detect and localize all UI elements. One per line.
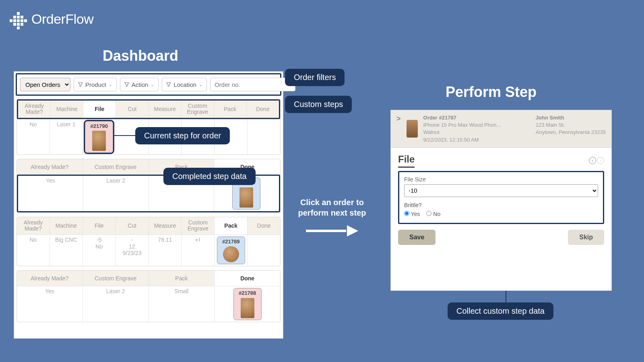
step-header-cell[interactable]: Already Made? — [17, 159, 83, 175]
filter-action-button[interactable]: Action⌄ — [120, 78, 159, 91]
step-header-cell[interactable]: Custom Engrave — [182, 217, 215, 234]
order-filters-row: Open Orders Product⌄ Action⌄ Location⌄ — [16, 73, 281, 96]
step-header-cell[interactable]: Machine — [51, 101, 83, 118]
step-header-cell[interactable]: Already Made? — [17, 217, 50, 234]
step-header-cell[interactable]: Measure — [149, 217, 182, 234]
step-header-cell[interactable]: Custom Engrave — [182, 101, 214, 118]
funnel-icon — [78, 82, 83, 87]
brittle-label: Brittle? — [404, 202, 598, 208]
order-chip-id: #21788 — [239, 290, 256, 296]
step-data-cell: 78.11 — [149, 235, 182, 266]
step-data-cell: Big CNC — [50, 235, 83, 266]
step-header-cell[interactable]: File — [83, 101, 116, 118]
step-data-cell: Yes — [17, 286, 83, 322]
product-name: iPhone 15 Pro Max Wood Phon… — [423, 121, 502, 129]
step-header-cell[interactable]: Pack — [214, 101, 247, 118]
step-data-cell: -129/23/23 — [116, 235, 149, 266]
step-data-cell: Laser 2 — [83, 176, 149, 211]
save-button[interactable]: Save — [398, 230, 436, 245]
instruction-caption: Click an order to perform next step — [294, 197, 370, 218]
order-header: > Order #21787 iPhone 15 Pro Max Wood Ph… — [391, 110, 611, 148]
callout-order-filters: Order filters — [285, 69, 345, 86]
step-header-cell[interactable]: Already Made? — [17, 271, 83, 286]
chevron-down-icon: ⌄ — [151, 82, 154, 87]
step-header-cell[interactable]: Machine — [50, 217, 83, 234]
step-header-cell[interactable]: Measure — [149, 101, 182, 118]
filesize-label: File Size — [404, 176, 598, 183]
step-data-cell: No — [17, 235, 50, 266]
step-data-row: NoBig CNC-5No-129/23/2378.11»l#21789 — [17, 234, 280, 266]
perform-section-title: Perform Step — [390, 84, 592, 101]
callout-custom-steps: Custom steps — [285, 96, 352, 113]
order-chip-id: #21790 — [90, 123, 107, 130]
product-thumbnail-icon — [407, 120, 418, 138]
brittle-no-radio[interactable]: No — [426, 211, 440, 217]
step-header-cell[interactable]: Pack — [149, 271, 215, 286]
step-data-cell — [248, 235, 280, 266]
step-prev-button[interactable]: ‹ — [589, 157, 596, 164]
product-variant: Walnut — [423, 129, 502, 136]
step-header-cell[interactable]: Custom Engrave — [83, 271, 149, 286]
order-number: Order #21787 — [423, 114, 502, 121]
funnel-icon — [124, 82, 129, 87]
order-lane: Already Made?MachineFileCutMeasureCustom… — [17, 217, 281, 266]
order-search-input[interactable] — [210, 78, 295, 91]
customer-meta: John Smith 123 Main St. Anytown, Pennsyl… — [536, 114, 606, 136]
step-form: File Size -10 Brittle? Yes No — [398, 171, 604, 224]
callout-completed-step: Completed step data — [163, 168, 256, 185]
order-scope-select[interactable]: Open Orders — [20, 78, 70, 91]
brand-name: OrderFlow — [31, 11, 93, 27]
brand-logo: OrderFlow — [11, 11, 93, 27]
step-data-cell: Laser 1 — [50, 119, 83, 155]
callout-connector-line — [114, 135, 135, 136]
step-header-row: Already Made?MachineFileCutMeasureCustom… — [17, 99, 280, 119]
step-header-cell[interactable]: Pack — [215, 217, 248, 234]
order-lane: Already Made?Custom EngravePackDoneYesLa… — [17, 270, 281, 322]
order-chip[interactable]: #21790 — [85, 121, 113, 153]
dashboard-panel: Open Orders Product⌄ Action⌄ Location⌄ A… — [14, 71, 283, 339]
step-header-cell[interactable]: Cut — [116, 101, 149, 118]
dashboard-section-title: Dashboard — [14, 47, 267, 64]
engrave-icon: »l — [195, 237, 201, 243]
order-chip[interactable]: #21788 — [233, 288, 262, 320]
step-data-cell: Laser 2 — [83, 286, 149, 322]
product-thumbnail-icon — [239, 187, 253, 208]
product-thumbnail-icon — [223, 246, 239, 262]
product-thumbnail-icon — [92, 131, 106, 151]
customer-address-2: Anytown, Pennsylvania 23235 — [536, 129, 606, 136]
step-header-row: Already Made?MachineFileCutMeasureCustom… — [17, 217, 280, 234]
customer-name: John Smith — [536, 114, 606, 121]
order-chip[interactable]: #21789 — [217, 237, 245, 265]
filter-product-button[interactable]: Product⌄ — [74, 78, 117, 91]
product-thumbnail-icon — [241, 298, 254, 318]
step-header-cell[interactable]: Already Made? — [18, 101, 51, 118]
brittle-yes-radio[interactable]: Yes — [404, 211, 420, 217]
step-data-cell — [248, 119, 280, 155]
step-header-cell[interactable]: File — [83, 217, 116, 234]
order-lane: Already Made?Custom EngravePackDoneYesLa… — [17, 159, 281, 213]
filter-location-button[interactable]: Location⌄ — [162, 78, 207, 91]
step-header-cell[interactable]: Cut — [116, 217, 149, 234]
step-header-cell[interactable]: Done — [215, 271, 280, 286]
step-nav: ‹ › — [589, 157, 604, 164]
skip-button[interactable]: Skip — [568, 230, 604, 245]
step-data-cell: #21789 — [215, 235, 248, 266]
step-data-cell: »l — [182, 235, 215, 266]
filesize-select[interactable]: -10 — [404, 184, 598, 197]
order-chip-id: #21789 — [222, 239, 239, 245]
chevron-down-icon: ⌄ — [109, 82, 112, 87]
step-next-button[interactable]: › — [597, 157, 604, 164]
step-data-cell: Yes — [18, 176, 83, 211]
order-meta: Order #21787 iPhone 15 Pro Max Wood Phon… — [423, 114, 502, 144]
step-header-cell[interactable]: Done — [248, 217, 280, 234]
perform-step-panel: > Order #21787 iPhone 15 Pro Max Wood Ph… — [390, 110, 612, 291]
step-data-cell: No — [17, 119, 50, 155]
step-data-cell: #21788 — [215, 286, 280, 322]
step-header-cell[interactable]: Custom Engrave — [83, 159, 149, 175]
chevron-down-icon: ⌄ — [199, 82, 202, 87]
funnel-icon — [166, 82, 171, 87]
back-button[interactable]: > — [396, 114, 401, 122]
step-data-row: YesLaser 2Small#21788 — [17, 286, 280, 322]
step-header-cell[interactable]: Done — [247, 101, 279, 118]
customer-address-1: 123 Main St. — [536, 121, 606, 129]
